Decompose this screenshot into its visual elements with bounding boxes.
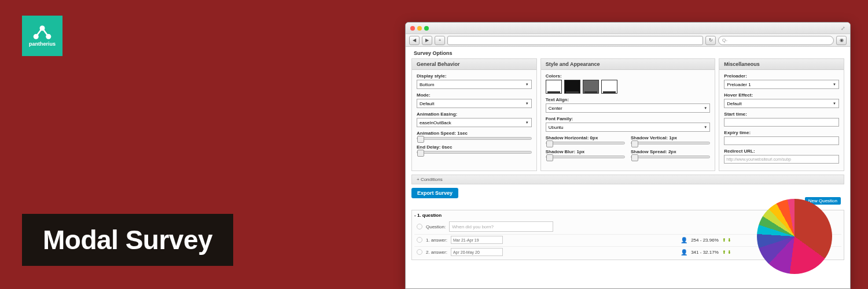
speed-slider[interactable]: [417, 137, 532, 140]
logo-icon: [32, 25, 53, 40]
close-icon[interactable]: [410, 26, 415, 31]
redirect-url-input[interactable]: http://www.yourwebsiteurl.com/subp: [724, 155, 839, 164]
shadow-b-slider[interactable]: [546, 155, 625, 158]
question-label: Question:: [426, 224, 446, 229]
page-content: Survey Options General Behavior Display …: [406, 47, 850, 262]
label: Shadow Vertical: 1px: [631, 135, 710, 140]
panel-header: Style and Appearance: [541, 59, 715, 70]
color-white2[interactable]: [601, 80, 617, 94]
logo-label: pantherius: [29, 41, 56, 47]
answer-label: 2. answer:: [426, 250, 447, 255]
delay-slider[interactable]: [417, 151, 532, 154]
shadow-v-slider[interactable]: [631, 142, 710, 144]
label: Shadow Horizontal: 0px: [546, 135, 625, 140]
reorder-icon[interactable]: ⬆ ⬇: [722, 250, 731, 255]
drag-handle-icon[interactable]: [417, 249, 422, 255]
answer-stat: 254 - 23.96%: [691, 238, 719, 243]
text-align-select[interactable]: Center: [546, 103, 711, 113]
color-black[interactable]: [564, 80, 580, 94]
search-input[interactable]: Q-: [718, 36, 834, 45]
label: Font Family:: [546, 116, 711, 121]
shadow-s-slider[interactable]: [631, 155, 710, 158]
color-white[interactable]: [546, 80, 562, 94]
product-title-box: Modal Survey: [22, 214, 233, 266]
label: Animation Speed: 1sec: [417, 131, 532, 136]
panel-style: Style and Appearance Colors: Text Align:…: [540, 58, 716, 171]
label: Start time:: [724, 112, 839, 117]
color-gray[interactable]: [583, 80, 599, 94]
person-icon: 👤: [681, 237, 687, 243]
label: Hover Effect:: [724, 92, 839, 98]
question-input[interactable]: When did you born?: [449, 221, 553, 232]
maximize-icon[interactable]: [424, 26, 429, 31]
label: Redirect URL:: [724, 149, 839, 154]
label: End Delay: 0sec: [417, 144, 532, 150]
drag-handle-icon[interactable]: [417, 237, 422, 243]
label: Text Align:: [546, 97, 711, 102]
start-time-input[interactable]: [724, 118, 839, 127]
label: Expiry time:: [724, 130, 839, 135]
answer-stat: 341 - 32.17%: [691, 250, 719, 255]
back-button[interactable]: ◀: [409, 36, 420, 45]
label: Display style:: [417, 73, 532, 79]
label: Shadow Blur: 1px: [546, 149, 625, 154]
export-survey-button[interactable]: Export Survey: [411, 188, 458, 198]
hover-select[interactable]: Default: [724, 99, 839, 108]
browser-window: ⤢ ◀ ▶ + ↻ Q- ◉ Survey Options General Be…: [405, 22, 851, 289]
answer-input[interactable]: Mar 21-Apr 19: [451, 236, 503, 244]
section-title: Survey Options: [414, 50, 844, 56]
person-icon: 👤: [681, 249, 687, 255]
answer-input[interactable]: Apr 20-May 20: [451, 248, 503, 256]
label: Mode:: [417, 92, 532, 98]
conditions-toggle[interactable]: + Conditions: [411, 175, 844, 184]
forward-button[interactable]: ▶: [422, 36, 432, 45]
reorder-icon[interactable]: ⬆ ⬇: [722, 238, 731, 243]
product-title: Modal Survey: [43, 224, 212, 255]
browser-toolbar: ◀ ▶ + ↻ Q- ◉: [406, 34, 850, 47]
display-style-select[interactable]: Bottom: [417, 80, 532, 89]
add-button[interactable]: +: [435, 36, 445, 45]
panel-misc: Miscellaneous Preloader: Preloader 1 Hov…: [719, 58, 844, 171]
mode-select[interactable]: Default: [417, 99, 532, 108]
drag-handle-icon[interactable]: [417, 224, 422, 229]
results-pie-chart: [757, 199, 832, 274]
label: Colors:: [546, 73, 711, 79]
reload-button[interactable]: ↻: [705, 36, 716, 45]
panel-header: Miscellaneous: [719, 59, 844, 70]
settings-button[interactable]: ◉: [836, 36, 847, 45]
label: Animation Easing:: [417, 112, 532, 117]
browser-titlebar: ⤢: [406, 23, 850, 34]
font-family-select[interactable]: Ubuntu: [546, 123, 711, 132]
expiry-time-input[interactable]: [724, 136, 839, 145]
easing-select[interactable]: easeInOutBack: [417, 118, 532, 127]
answer-label: 1. answer:: [426, 238, 447, 243]
question-area: - 1. question Question: When did you bor…: [411, 210, 844, 260]
url-input[interactable]: [447, 36, 703, 45]
panel-header: General Behavior: [412, 59, 536, 70]
shadow-h-slider[interactable]: [546, 142, 625, 144]
panel-general: General Behavior Display style: Bottom M…: [411, 58, 537, 171]
expand-icon[interactable]: ⤢: [841, 25, 845, 31]
minimize-icon[interactable]: [417, 26, 422, 31]
preloader-select[interactable]: Preloader 1: [724, 80, 839, 89]
label: Shadow Spread: 2px: [631, 149, 710, 154]
label: Preloader:: [724, 73, 839, 79]
brand-logo: pantherius: [22, 16, 62, 56]
